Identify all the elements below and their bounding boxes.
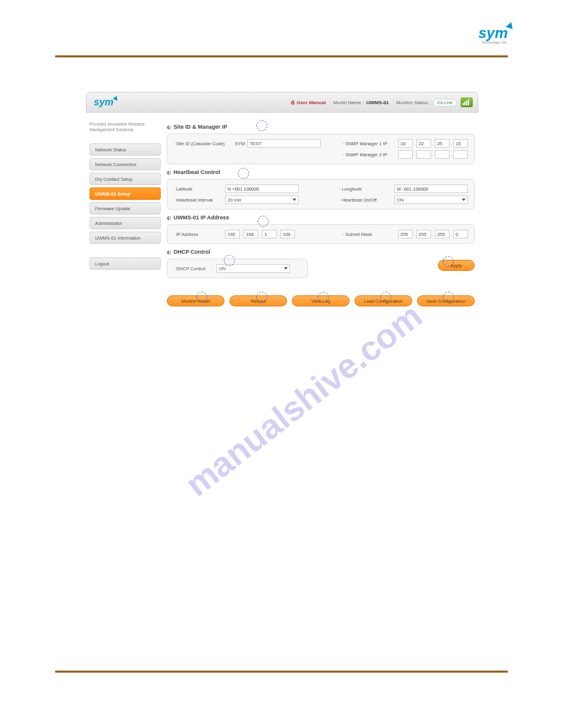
- reboot-button[interactable]: Reboot: [229, 295, 287, 306]
- snmp2-oct2[interactable]: [416, 150, 431, 159]
- mask-oct3[interactable]: [435, 230, 450, 238]
- view-log-button[interactable]: View Log: [292, 295, 350, 306]
- lat-label: Latitude: [174, 186, 225, 192]
- ip-label: IP Address: [174, 232, 225, 237]
- section-ip-title: UWMS-01 IP Address: [167, 214, 475, 221]
- nav-logout[interactable]: Logout: [90, 257, 161, 270]
- model-name-value: UWMS-01: [366, 100, 389, 105]
- nav-dry-contact-setup[interactable]: Dry Contact Setup: [90, 173, 161, 185]
- snmp1-label: SNMP Manager 1 IP: [343, 141, 398, 146]
- dhcp-label: DHCP Control: [174, 266, 216, 271]
- interval-select[interactable]: 20 min: [225, 195, 299, 204]
- snmp2-label: SNMP Manager 2 IP: [343, 152, 398, 157]
- load-config-button[interactable]: Load Configuration: [354, 295, 412, 306]
- nav-uwms-info[interactable]: UWMS-01 Information: [90, 232, 161, 244]
- snmp1-oct3[interactable]: [435, 139, 450, 148]
- user-manual-link[interactable]: ⎙ User Manual: [291, 100, 326, 105]
- apply-button[interactable]: Apply: [438, 260, 475, 271]
- snmp1-oct1[interactable]: [398, 139, 413, 148]
- nav-network-connection[interactable]: Network Connection: [90, 158, 161, 170]
- lat-input[interactable]: [225, 184, 299, 193]
- signal-icon: [461, 97, 473, 107]
- section-heartbeat-title: Heartbeat Control: [167, 169, 475, 175]
- top-divider: [55, 55, 508, 58]
- panel-site: Site ID (Cascade Code) SYM SNMP Manager …: [167, 134, 475, 164]
- dhcp-select[interactable]: ON: [216, 264, 290, 273]
- ip-oct4[interactable]: [280, 230, 295, 238]
- panel-ip: IP Address . . . Subnet Mask . . .: [167, 224, 475, 244]
- app-header: sym ⎙ User Manual Model Name : UWMS-01 M…: [86, 92, 478, 113]
- modem-status-label: Modem Status :: [396, 100, 431, 105]
- page-brand-header: sym Technology, Inc.: [478, 25, 508, 44]
- nav-network-status[interactable]: Network Status: [90, 143, 161, 156]
- section-dhcp-title: DHCP Control: [167, 249, 475, 255]
- snmp1-oct2[interactable]: [416, 139, 431, 148]
- model-name-label: Model Name :: [333, 100, 364, 105]
- caret-icon: [462, 199, 465, 201]
- modem-status-value: On-Line: [437, 100, 453, 105]
- pdf-icon: ⎙: [291, 100, 294, 105]
- mask-label: Subnet Mask: [343, 232, 398, 237]
- lon-label: Longitude: [339, 186, 394, 192]
- user-manual-label: User Manual: [297, 100, 326, 105]
- sidebar: Provides Innovative Wireless Management …: [86, 113, 161, 306]
- sidebar-tagline: Provides Innovative Wireless Management …: [90, 121, 161, 132]
- panel-heartbeat: Latitude Longitude Heartbeat Interval 20…: [167, 179, 475, 210]
- sym-logo: sym: [478, 25, 508, 42]
- interval-label: Heartbeat Interval: [174, 197, 225, 203]
- save-config-button[interactable]: Save Configuration: [417, 295, 475, 306]
- content-area: Site ID & Manager IP Site ID (Cascade Co…: [161, 113, 478, 306]
- modem-status-pill: On-Line: [433, 99, 457, 107]
- app-logo: sym: [94, 97, 113, 108]
- ip-oct2[interactable]: [243, 230, 258, 238]
- mask-oct1[interactable]: [398, 230, 413, 238]
- onoff-select[interactable]: ON: [394, 195, 468, 204]
- section-site-title: Site ID & Manager IP: [167, 124, 475, 130]
- modem-reset-button[interactable]: Modem Reset: [167, 295, 224, 306]
- bottom-divider: [55, 670, 508, 673]
- mask-oct2[interactable]: [416, 230, 431, 238]
- snmp2-oct1[interactable]: [398, 150, 413, 159]
- lon-input[interactable]: [394, 184, 468, 193]
- snmp1-oct4[interactable]: [453, 139, 468, 148]
- snmp2-oct3[interactable]: [435, 150, 450, 159]
- panel-dhcp: DHCP Control ON: [167, 259, 308, 278]
- ip-oct1[interactable]: [225, 230, 240, 238]
- nav-administrator[interactable]: Administrator: [90, 217, 161, 229]
- mask-oct4[interactable]: [453, 230, 468, 238]
- snmp2-oct4[interactable]: [453, 150, 468, 159]
- caret-icon: [284, 267, 288, 270]
- ip-oct3[interactable]: [262, 230, 277, 238]
- onoff-label: Heartbeat On/Off: [339, 197, 394, 203]
- watermark: manualshive.com: [178, 295, 429, 504]
- nav-firmware-update[interactable]: Firmware Update: [90, 202, 161, 214]
- site-id-label: Site ID (Cascade Code): [174, 141, 235, 146]
- nav-uwms-setup[interactable]: UWMS-01 Setup: [90, 188, 161, 200]
- site-id-prefix: SYM: [235, 141, 245, 146]
- site-id-input[interactable]: [247, 139, 321, 148]
- caret-icon: [293, 199, 296, 201]
- app-window: sym ⎙ User Manual Model Name : UWMS-01 M…: [86, 92, 478, 306]
